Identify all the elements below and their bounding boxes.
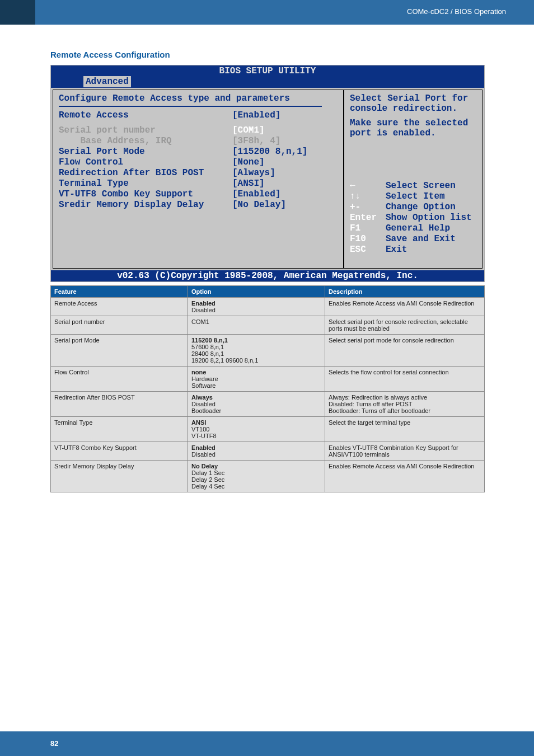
bios-setting-value: [Enabled] bbox=[232, 189, 280, 200]
description-cell: Always: Redirection is always activeDisa… bbox=[325, 392, 485, 417]
bios-hint-line: port is enabled. bbox=[350, 128, 476, 138]
bios-help-label: Save and Exit bbox=[386, 234, 456, 245]
bios-hint-line: Select Serial Port for bbox=[350, 93, 476, 104]
col-option: Option bbox=[188, 286, 325, 298]
table-row: Remote AccessEnabledDisabledEnables Remo… bbox=[51, 298, 485, 316]
option-cell: AlwaysDisabledBootloader bbox=[188, 392, 325, 417]
feature-cell: Sredir Memory Display Delay bbox=[51, 461, 188, 492]
description-cell: Select the target terminal type bbox=[325, 417, 485, 442]
option-value: Disabled bbox=[191, 451, 321, 458]
bios-help-row: ESCExit bbox=[350, 245, 476, 255]
header-band: COMe-cDC2 / BIOS Operation bbox=[0, 0, 534, 25]
option-value: Bootloader bbox=[191, 407, 321, 414]
description-line: Select serial port mode for console redi… bbox=[329, 337, 481, 344]
option-value: 28400 8,n,1 bbox=[191, 350, 321, 357]
option-value: Enabled bbox=[191, 444, 321, 451]
bios-left-panel: Configure Remote Access type and paramet… bbox=[53, 90, 344, 269]
bios-setting-value: [None] bbox=[232, 157, 265, 168]
option-value: VT-UTF8 bbox=[191, 433, 321, 439]
col-feature: Feature bbox=[51, 286, 188, 298]
bios-help-row: EnterShow Option list bbox=[350, 213, 476, 223]
bios-setting-label: Serial port number bbox=[59, 125, 232, 136]
bios-setting-value: [115200 8,n,1] bbox=[232, 147, 307, 157]
table-row: Redirection After BIOS POSTAlwaysDisable… bbox=[51, 392, 485, 417]
bios-setting-row: Remote Access[Enabled] bbox=[59, 110, 338, 121]
bios-help-label: General Help bbox=[386, 223, 450, 234]
table-row: Sredir Memory Display DelayNo DelayDelay… bbox=[51, 461, 485, 492]
option-cell: EnabledDisabled bbox=[188, 442, 325, 461]
bios-tab: Advanced bbox=[83, 76, 131, 87]
option-value: Delay 4 Sec bbox=[191, 483, 321, 490]
option-value: Delay 2 Sec bbox=[191, 476, 321, 483]
feature-cell: Remote Access bbox=[51, 298, 188, 316]
bios-setting-row: Sredir Memory Display Delay[No Delay] bbox=[59, 200, 338, 210]
bios-title-bar: BIOS SETUP UTILITY Advanced bbox=[51, 65, 484, 88]
table-row: Terminal TypeANSIVT100VT-UTF8Select the … bbox=[51, 417, 485, 442]
description-line: Always: Redirection is always active bbox=[329, 394, 481, 401]
description-line: Bootloader: Turns off after bootloader bbox=[329, 407, 481, 414]
bios-setting-value: [COM1] bbox=[232, 125, 265, 136]
bios-help-label: Change Option bbox=[386, 202, 456, 213]
spacer bbox=[59, 121, 338, 125]
bios-divider bbox=[59, 106, 322, 107]
option-value: 57600 8,n,1 bbox=[191, 344, 321, 350]
option-value: 19200 8,2,1 09600 8,n,1 bbox=[191, 357, 321, 364]
description-line: Enables Remote Access via AMI Console Re… bbox=[329, 463, 481, 469]
bios-help-label: Select Item bbox=[386, 191, 445, 202]
bios-help-key: ← bbox=[350, 181, 386, 191]
bios-setting-label: Redirection After BIOS POST bbox=[59, 168, 232, 179]
description-line: Selects the flow control for serial conn… bbox=[329, 369, 481, 375]
option-cell: No DelayDelay 1 SecDelay 2 SecDelay 4 Se… bbox=[188, 461, 325, 492]
table-header-row: Feature Option Description bbox=[51, 286, 485, 298]
table-row: Serial port numberCOM1Select serial port… bbox=[51, 316, 485, 335]
bios-screenshot: BIOS SETUP UTILITY Advanced Configure Re… bbox=[50, 65, 485, 282]
bios-help-label: Select Screen bbox=[386, 181, 456, 191]
option-value: VT100 bbox=[191, 426, 321, 433]
bios-help-key: ESC bbox=[350, 245, 386, 255]
feature-cell: Terminal Type bbox=[51, 417, 188, 442]
bios-setting-label: Sredir Memory Display Delay bbox=[59, 200, 232, 210]
header-dark-square bbox=[0, 0, 35, 25]
bios-help-row: +-Change Option bbox=[350, 202, 476, 213]
bios-setting-label: Terminal Type bbox=[59, 179, 232, 189]
bios-help-row: ←Select Screen bbox=[350, 181, 476, 191]
feature-cell: Serial port Mode bbox=[51, 335, 188, 367]
option-cell: noneHardwareSoftware bbox=[188, 367, 325, 392]
bios-help-key: Enter bbox=[350, 213, 386, 223]
description-line: Enables VT-UTF8 Combination Key Support … bbox=[329, 444, 481, 458]
bios-setting-row: Base Address, IRQ[3F8h, 4] bbox=[59, 136, 338, 147]
feature-cell: Flow Control bbox=[51, 367, 188, 392]
feature-cell: Serial port number bbox=[51, 316, 188, 335]
bios-setting-label: Flow Control bbox=[59, 157, 232, 168]
option-cell: EnabledDisabled bbox=[188, 298, 325, 316]
bios-setting-value: [Always] bbox=[232, 168, 275, 179]
bios-hint-line: Make sure the selected bbox=[350, 118, 476, 128]
bios-right-panel: Select Serial Port for console redirecti… bbox=[344, 90, 483, 269]
description-cell: Selects the flow control for serial conn… bbox=[325, 367, 485, 392]
bios-help-key: F1 bbox=[350, 223, 386, 234]
bios-help-key: F10 bbox=[350, 234, 386, 245]
bios-setting-row: Serial Port Mode[115200 8,n,1] bbox=[59, 147, 338, 157]
bios-footer: v02.63 (C)Copyright 1985-2008, American … bbox=[51, 270, 484, 281]
bios-help-key: +- bbox=[350, 202, 386, 213]
bios-help-row: F1General Help bbox=[350, 223, 476, 234]
feature-cell: VT-UTF8 Combo Key Support bbox=[51, 442, 188, 461]
description-cell: Enables Remote Access via AMI Console Re… bbox=[325, 298, 485, 316]
description-line: Disabled: Turns off after POST bbox=[329, 401, 481, 407]
bios-hint-line: console redirection. bbox=[350, 104, 476, 114]
bios-setting-label: Remote Access bbox=[59, 110, 232, 121]
col-description: Description bbox=[325, 286, 485, 298]
bios-setting-value: [No Delay] bbox=[232, 200, 286, 210]
bios-body: Configure Remote Access type and paramet… bbox=[51, 88, 484, 270]
bios-setting-row: VT-UTF8 Combo Key Support[Enabled] bbox=[59, 189, 338, 200]
option-value: 115200 8,n,1 bbox=[191, 337, 321, 344]
bios-help-row: ↑↓Select Item bbox=[350, 191, 476, 202]
bios-setting-value: [ANSI] bbox=[232, 179, 265, 189]
bios-setting-row: Flow Control[None] bbox=[59, 157, 338, 168]
page-number: 82 bbox=[50, 739, 58, 748]
option-cell: ANSIVT100VT-UTF8 bbox=[188, 417, 325, 442]
bios-help-label: Exit bbox=[386, 245, 407, 255]
bios-help-row: F10Save and Exit bbox=[350, 234, 476, 245]
bios-settings-list: Remote Access[Enabled]Serial port number… bbox=[59, 110, 338, 210]
description-cell: Select serial port mode for console redi… bbox=[325, 335, 485, 367]
